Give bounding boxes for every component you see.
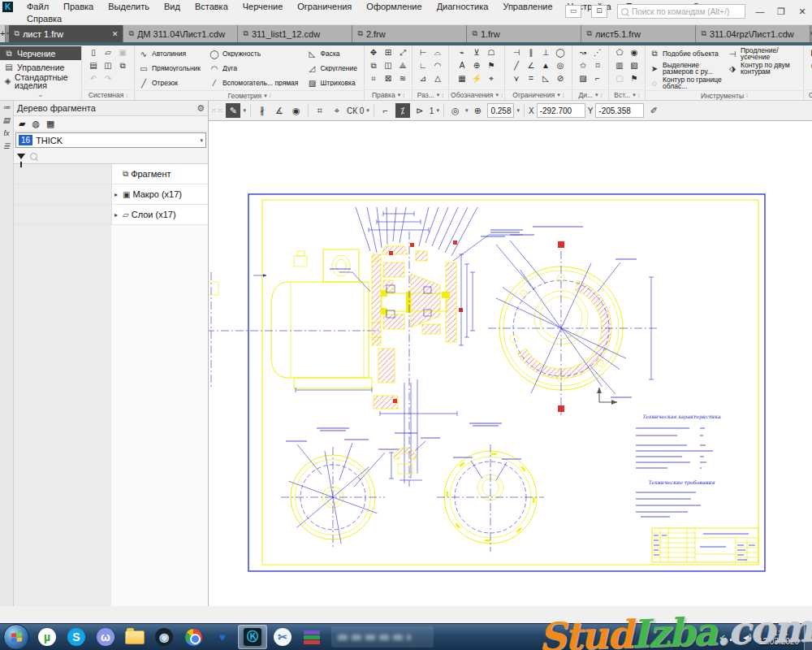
document-tab-5[interactable]: ⧉лист5.1.frw	[581, 25, 696, 42]
chevron-down-icon[interactable]: ▾	[557, 92, 560, 98]
insert-tool-icon[interactable]: ▧	[628, 59, 641, 72]
constraint-tool-icon[interactable]: ╱	[510, 59, 524, 72]
group-grip-icon[interactable]: ⁞	[403, 93, 404, 98]
diagnostic-tool-icon[interactable]: ✩	[577, 59, 590, 72]
group-grip-icon[interactable]: ⁞	[442, 93, 443, 98]
overflow-tool-icon[interactable]: ◎	[808, 59, 812, 72]
constraint-tool-icon[interactable]: ∥	[525, 46, 538, 59]
cs-dropdown-icon[interactable]: ▾	[366, 107, 369, 114]
x-coordinate-field[interactable]: -292.700	[537, 103, 585, 118]
zoom-dropdown-icon[interactable]: ▾	[516, 107, 520, 114]
circle-button[interactable]: ◯Окружность	[206, 46, 304, 61]
constraint-tool-icon[interactable]: ⋎	[510, 72, 524, 85]
tree-structure-icon[interactable]: ≔	[3, 103, 11, 111]
contour-two-button[interactable]: ⬗Контур по двум контурам	[724, 61, 802, 76]
close-button[interactable]: ✕	[796, 6, 809, 17]
object-offset-button[interactable]: ⧉Подобие объекта	[646, 46, 724, 61]
pen-style-button[interactable]: ✎	[226, 103, 240, 118]
chevron-down-icon[interactable]: ▾	[437, 92, 440, 98]
annotation-tool-icon[interactable]: ⌖	[485, 72, 499, 85]
explorer-icon[interactable]	[121, 626, 149, 648]
group-grip-icon[interactable]: ⁞	[601, 93, 603, 98]
edit-tool-icon[interactable]: ≋	[396, 72, 410, 85]
constraint-tool-icon[interactable]: ◯	[554, 46, 568, 59]
zoom-value-field[interactable]: 0.258	[487, 103, 514, 118]
tree-search-icon[interactable]	[30, 153, 37, 160]
pen-dropdown-icon[interactable]: ▾	[243, 107, 246, 114]
tree-item-1[interactable]: ▸▣Макро (x17)	[14, 184, 208, 205]
hatch-button[interactable]: ▨Штриховка	[304, 76, 363, 90]
window-layout-icon[interactable]: ▭	[565, 5, 581, 18]
app-icon[interactable]: K	[2, 2, 13, 12]
steam-icon[interactable]: ◉	[150, 626, 178, 648]
menu-item-help[interactable]: Справка	[19, 14, 69, 24]
pick-coordinates-icon[interactable]: ✐	[646, 103, 661, 118]
snap-angle-icon[interactable]: ∡	[272, 103, 287, 118]
chevron-down-icon[interactable]: ▾	[633, 92, 636, 98]
menu-item-5[interactable]: Черчение	[235, 2, 291, 11]
winrar-icon[interactable]	[298, 626, 326, 648]
annotation-tool-icon[interactable]: ⊻	[470, 46, 484, 59]
drawing-canvas[interactable]: Техническая характеристика Технические т…	[209, 121, 812, 606]
insert-tool-icon[interactable]: ⚑	[628, 72, 641, 85]
fillet-button[interactable]: ◿Скругление	[304, 61, 363, 76]
diagnostic-tool-icon[interactable]: ⌑	[591, 59, 605, 72]
drawing-sheet[interactable]: Техническая характеристика Технические т…	[209, 121, 812, 606]
group-grip-icon[interactable]: ⁞	[638, 93, 640, 98]
print-preview-icon[interactable]: ◫	[102, 59, 115, 72]
capture-icon[interactable]: ⊡	[591, 5, 607, 18]
edit-tool-icon[interactable]: ⊠	[382, 72, 395, 85]
group-grip-icon[interactable]: ⁞	[126, 93, 127, 98]
macro-filter-icon[interactable]: ◍	[32, 119, 40, 129]
dimension-select-button[interactable]: ➤Выделение размеров с ру...	[646, 61, 724, 76]
annotation-tool-icon[interactable]: ⊕	[470, 59, 484, 72]
group-grip-icon[interactable]: ⁞	[270, 93, 271, 98]
expand-arrow-icon[interactable]: ▸	[112, 191, 120, 198]
contour-boundary-button[interactable]: ◌Контур по границе облас...	[646, 76, 724, 90]
constraint-tool-icon[interactable]: ◎	[554, 59, 568, 72]
layer-flat-icon[interactable]: ▰	[19, 119, 25, 129]
annotation-tool-icon[interactable]: ⚡	[470, 72, 484, 85]
tree-item-2[interactable]: ▸▱Слои (x17)	[14, 205, 208, 225]
new-document-icon[interactable]: ▯	[87, 46, 101, 59]
tree-fx-icon[interactable]: fx	[3, 129, 9, 137]
minimize-button[interactable]: —	[754, 6, 767, 16]
razmery-tool-icon[interactable]: △	[431, 72, 445, 85]
menu-item-2[interactable]: Выделить	[101, 2, 157, 11]
menu-item-6[interactable]: Ограничения	[290, 2, 359, 11]
insert-tool-icon[interactable]: ⬠	[613, 46, 627, 59]
tree-item-0[interactable]: ⧉Фрагмент	[14, 164, 208, 184]
extend-trim-button[interactable]: ⊣Продление/ усечение	[724, 46, 802, 61]
overflow-tool-icon[interactable]: ◧	[808, 46, 812, 59]
autoline-button[interactable]: ∿Автолиния	[136, 46, 206, 61]
segment-button[interactable]: ╱Отрезок	[136, 76, 206, 90]
group-grip-icon[interactable]: ⁞	[746, 93, 748, 98]
diagnostic-tool-icon[interactable]: ▨	[577, 72, 590, 85]
tab-close-icon[interactable]: ✕	[112, 30, 119, 38]
kompas-icon[interactable]: Ⓚ	[238, 625, 267, 649]
chevron-down-icon[interactable]: ▾	[398, 92, 401, 98]
command-search-input[interactable]: Поиск по командам (Alt+/)	[617, 4, 745, 19]
snap-point-icon[interactable]: ◉	[289, 103, 304, 118]
diagnostic-tool-icon[interactable]: ↝	[577, 46, 590, 59]
overflow-tool-icon[interactable]: ♁	[808, 72, 812, 85]
diagnostic-tool-icon[interactable]: ⌐	[591, 72, 605, 85]
rectangle-button[interactable]: ▭Прямоугольник	[136, 61, 206, 76]
blurred-window-button[interactable]	[331, 626, 434, 648]
menu-item-1[interactable]: Правка	[56, 2, 101, 11]
menu-item-4[interactable]: Вставка	[188, 2, 235, 11]
chevron-down-icon[interactable]: ▾	[595, 92, 598, 98]
constraint-tool-icon[interactable]: ⊘	[554, 72, 568, 85]
gear-icon[interactable]: ⚙	[197, 103, 205, 114]
grid-toggle-icon[interactable]: ⌗	[313, 103, 327, 118]
group-grip-icon[interactable]: ⁞	[501, 93, 503, 98]
zoom-select-icon[interactable]: ◎	[448, 103, 463, 118]
menu-item-8[interactable]: Диагностика	[430, 2, 496, 11]
zoom-select-dropdown-icon[interactable]: ▾	[465, 107, 469, 114]
save-as-icon[interactable]: ⧉	[116, 59, 130, 72]
start-button[interactable]	[3, 624, 29, 650]
chrome-icon[interactable]	[179, 626, 207, 648]
document-tab-4[interactable]: ⧉1.frw	[467, 25, 581, 42]
edit-tool-icon[interactable]: ⤢	[396, 46, 410, 59]
menu-item-3[interactable]: Вид	[157, 2, 188, 11]
